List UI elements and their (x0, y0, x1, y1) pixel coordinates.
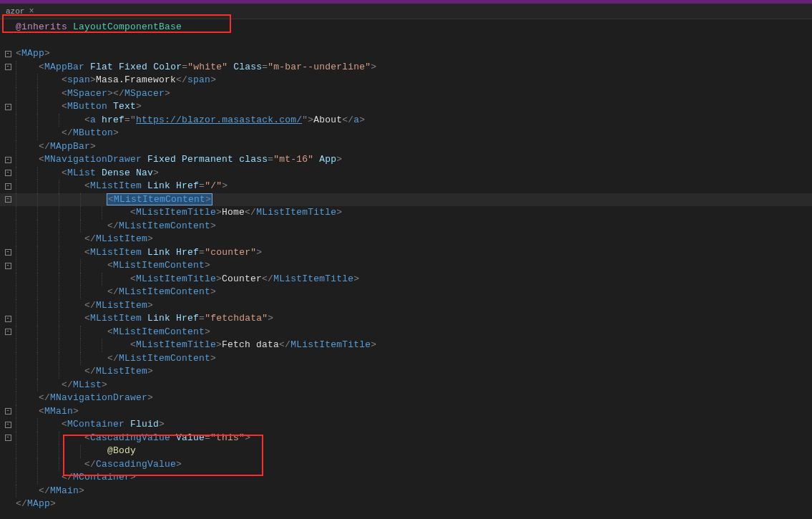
fold-toggle[interactable]: - (5, 170, 11, 176)
fold-toggle[interactable]: - (5, 104, 11, 110)
fold-toggle[interactable]: - (5, 183, 11, 190)
code-line[interactable]: <a href="https://blazor.masastack.com/">… (0, 114, 812, 127)
code-line[interactable]: </MListItemContent> (0, 286, 812, 299)
fold-toggle[interactable]: - (5, 64, 11, 70)
code-line[interactable]: - <MListItem Link Href="counter"> (0, 246, 812, 260)
code-line[interactable]: - <MList Dense Nav> (0, 167, 812, 180)
fold-toggle[interactable]: - (5, 422, 11, 428)
fold-toggle[interactable]: - (5, 51, 11, 57)
code-line[interactable]: <MListItemTitle>Home</MListItemTitle> (0, 206, 812, 220)
fold-toggle[interactable]: - (5, 329, 11, 335)
file-tab[interactable]: azor × (0, 4, 40, 19)
fold-toggle[interactable]: - (5, 316, 11, 322)
code-line[interactable]: </MContainer> (0, 471, 812, 485)
code-line[interactable]: </MButton> (0, 127, 812, 140)
code-line[interactable]: <span>Masa.Framework</span> (0, 74, 812, 87)
close-icon[interactable]: × (29, 6, 34, 16)
code-line[interactable]: - <MListItemContent> (0, 326, 812, 339)
code-line[interactable]: </MMain> (0, 485, 812, 498)
code-line[interactable]: - <MMain> (0, 405, 812, 419)
code-line[interactable]: </MList> (0, 379, 812, 392)
code-line[interactable]: </MListItem> (0, 299, 812, 313)
code-line[interactable]: - <MContainer Fluid> (0, 418, 812, 432)
code-line[interactable] (0, 34, 812, 48)
code-line[interactable]: <MSpacer></MSpacer> (0, 87, 812, 101)
code-line[interactable]: <MListItemTitle>Fetch data</MListItemTit… (0, 339, 812, 352)
code-line[interactable]: - <CascadingValue Value="this"> (0, 432, 812, 445)
code-line[interactable]: @inherits LayoutComponentBase (0, 21, 812, 34)
code-line[interactable]: - <MButton Text> (0, 100, 812, 114)
fold-toggle[interactable]: - (5, 157, 11, 163)
fold-toggle[interactable]: - (5, 196, 11, 203)
fold-toggle[interactable]: - (5, 263, 11, 269)
code-line-active[interactable]: - <MListItemContent> (0, 193, 812, 207)
code-editor[interactable]: @inherits LayoutComponentBase - <MApp> -… (0, 19, 812, 511)
fold-toggle[interactable]: - (5, 408, 11, 414)
code-line[interactable]: - <MNavigationDrawer Fixed Permanent cla… (0, 153, 812, 167)
code-line[interactable]: <MListItemTitle>Counter</MListItemTitle> (0, 273, 812, 286)
code-line[interactable]: - <MAppBar Flat Fixed Color="white" Clas… (0, 61, 812, 74)
code-line[interactable]: @Body (0, 445, 812, 458)
tab-label: azor (6, 7, 24, 16)
code-line[interactable]: </CascadingValue> (0, 458, 812, 472)
code-line[interactable]: - <MApp> (0, 47, 812, 61)
code-line[interactable]: </MListItemContent> (0, 352, 812, 366)
code-line[interactable]: - <MListItem Link Href="fetchdata"> (0, 312, 812, 326)
code-line[interactable]: </MNavigationDrawer> (0, 392, 812, 405)
code-line[interactable]: </MAppBar> (0, 140, 812, 154)
code-line[interactable]: </MApp> (0, 498, 812, 511)
code-line[interactable]: - <MListItem Link Href="/"> (0, 180, 812, 193)
code-line[interactable]: - <MListItemContent> (0, 259, 812, 273)
code-line[interactable]: </MListItem> (0, 233, 812, 246)
code-line[interactable]: </MListItemContent> (0, 220, 812, 233)
code-line[interactable]: </MListItem> (0, 365, 812, 379)
selection: <MListItemContent> (107, 194, 212, 205)
tab-bar: azor × (0, 4, 812, 19)
fold-toggle[interactable]: - (5, 249, 11, 256)
fold-toggle[interactable]: - (5, 435, 11, 441)
